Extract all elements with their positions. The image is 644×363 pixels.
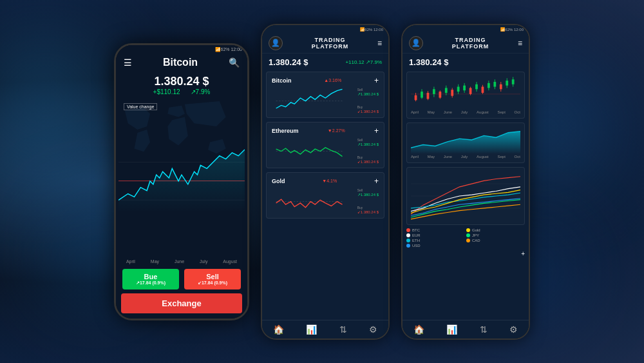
search-icon[interactable]: 🔍 — [229, 57, 240, 68]
p2-bottom-nav: 🏠 📊 ⇅ ⚙ — [262, 320, 388, 338]
svg-rect-9 — [415, 95, 417, 100]
hamburger-icon[interactable]: ☰ — [124, 57, 132, 68]
p3-nav-settings[interactable]: ⚙ — [509, 324, 518, 335]
p3-add-more[interactable]: + — [402, 250, 529, 259]
p2-menu-icon[interactable]: ≡ — [377, 39, 382, 48]
phone1: 📶62% 12:00 ☰ Bitcoin 🔍 1.380.24 $ +$110.… — [114, 43, 249, 320]
p1-x-labels: April May June July August — [116, 258, 247, 265]
p2-title-line1: TRADING — [312, 37, 348, 43]
svg-rect-37 — [500, 84, 502, 89]
phone1-screen: 📶62% 12:00 ☰ Bitcoin 🔍 1.380.24 $ +$110.… — [116, 45, 247, 319]
p3-price: 1.380.24 $ — [409, 57, 448, 67]
p2-avatar[interactable]: 👤 — [269, 36, 283, 50]
p3-area-labels: April May June July August Sept Oct — [411, 155, 520, 159]
legend-btc: BTC — [406, 228, 465, 232]
svg-rect-27 — [469, 88, 472, 93]
p3-menu-icon[interactable]: ≡ — [518, 39, 522, 48]
legend-cad: CAD — [466, 239, 525, 242]
p1-header: ☰ Bitcoin 🔍 — [116, 54, 247, 71]
asset-change-bitcoin: ▲3.16% — [324, 78, 341, 83]
p3-candlestick-labels: April May June July August Sept Oct — [411, 110, 520, 114]
p2-nav-chart[interactable]: 📊 — [306, 324, 317, 335]
p3-nav-chart[interactable]: 📊 — [446, 324, 457, 335]
legend-usd: USD — [406, 244, 465, 248]
svg-rect-23 — [457, 86, 460, 92]
phone3: 📶62% 12:00 👤 TRADING PLATFORM ≡ 1.380.24… — [401, 24, 530, 340]
p2-price: 1.380.24 $ — [269, 57, 308, 67]
p2-header: 👤 TRADING PLATFORM ≡ — [262, 34, 388, 54]
asset-chart-bitcoin: Sell↗1.380.24 $ Buy↙1.380.24 $ — [272, 88, 379, 113]
p2-nav-settings[interactable]: ⚙ — [369, 324, 377, 335]
asset-add-bitcoin[interactable]: + — [374, 76, 379, 85]
svg-rect-19 — [445, 88, 448, 93]
p3-title-block: TRADING PLATFORM — [452, 37, 489, 50]
p3-nav-transfer[interactable]: ⇅ — [480, 324, 488, 335]
p3-area-chart — [411, 126, 520, 155]
asset-name-gold: Gold — [272, 178, 285, 184]
phone2-screen: 📶62% 12:00 👤 TRADING PLATFORM ≡ 1.380.24… — [262, 25, 388, 338]
p3-title-line1: TRADING — [452, 37, 489, 43]
p3-nav-home[interactable]: 🏠 — [413, 324, 424, 335]
svg-rect-17 — [439, 92, 441, 97]
asset-add-gold[interactable]: + — [374, 177, 379, 186]
p1-change-dollar: +$110.12 — [153, 88, 180, 95]
svg-rect-25 — [463, 85, 466, 90]
svg-rect-29 — [475, 84, 478, 89]
buy-button[interactable]: Bue ↗17.84 (0.9%) — [122, 269, 179, 289]
p3-multiline-block — [406, 167, 525, 225]
legend-eur: EUR — [406, 233, 465, 237]
svg-rect-11 — [421, 92, 423, 97]
legend-jpy: JPY — [466, 233, 525, 237]
p3-avatar[interactable]: 👤 — [409, 36, 423, 50]
sell-button[interactable]: Sell ↙17.84 (0.9%) — [184, 269, 241, 289]
svg-rect-35 — [493, 81, 496, 86]
legend-gold: Gold — [466, 228, 525, 232]
asset-chart-ethereum: Sell↗1.380.24 $ Buy↙1.380.24 $ — [272, 138, 379, 164]
p3-title-line2: PLATFORM — [452, 43, 489, 50]
p3-bottom-nav: 🏠 📊 ⇅ ⚙ — [402, 320, 529, 338]
svg-rect-13 — [427, 92, 430, 98]
p3-candlestick-block: April May June July August Sept Oct — [406, 72, 525, 119]
p3-legend: BTC Gold EUR JPY ETH — [402, 227, 529, 249]
p2-nav-transfer[interactable]: ⇅ — [339, 324, 347, 335]
p2-price-header: 1.380.24 $ +110.12 ↗7.9% — [262, 54, 388, 70]
asset-row-ethereum: Ethereum ▼2.27% + Sell↗1.380.24 $ Buy↙1.… — [266, 122, 384, 168]
p3-area-block: April May June July August Sept Oct — [406, 123, 525, 163]
phone3-screen: 📶62% 12:00 👤 TRADING PLATFORM ≡ 1.380.24… — [402, 25, 529, 338]
p1-change: +$110.12 ↗7.9% — [116, 88, 247, 95]
phones-container: 📶62% 12:00 ☰ Bitcoin 🔍 1.380.24 $ +$110.… — [114, 24, 530, 340]
legend-eth: ETH — [406, 239, 465, 242]
p2-nav-home[interactable]: 🏠 — [273, 324, 284, 335]
asset-chart-gold: Sell↗1.380.24 $ Buy↙1.380.24 $ — [272, 188, 379, 214]
p2-title-block: TRADING PLATFORM — [312, 37, 348, 50]
p1-price-section: 1.380.24 $ +$110.12 ↗7.9% — [116, 71, 247, 98]
exchange-button[interactable]: Exchange — [121, 293, 242, 313]
svg-rect-41 — [512, 79, 515, 84]
svg-rect-33 — [488, 83, 490, 88]
p1-status-bar: 📶62% 12:00 — [116, 45, 247, 54]
asset-name-ethereum: Ethereum — [272, 128, 299, 134]
p3-price-header: 1.380.24 $ — [402, 54, 529, 70]
p3-candlestick-chart — [411, 75, 520, 110]
asset-row-bitcoin: Bitcoin ▲3.16% + Sell↗1.380.24 $ Buy↙1.3… — [266, 72, 384, 118]
p2-title-line2: PLATFORM — [312, 43, 348, 50]
p1-price: 1.380.24 $ — [116, 75, 247, 88]
svg-rect-15 — [433, 89, 435, 94]
phone2: 📶62% 12:00 👤 TRADING PLATFORM ≡ 1.380.24… — [261, 24, 390, 340]
svg-rect-21 — [451, 90, 453, 95]
p3-status-bar: 📶62% 12:00 — [402, 25, 529, 34]
p1-change-percent: ↗7.9% — [191, 88, 211, 95]
p1-chart-area: Value change — [118, 98, 245, 258]
p1-chart-svg — [118, 98, 245, 258]
p1-buttons: Bue ↗17.84 (0.9%) Sell ↙17.84 (0.9%) — [116, 265, 247, 293]
asset-change-ethereum: ▼2.27% — [328, 128, 345, 133]
asset-name-bitcoin: Bitcoin — [272, 77, 292, 84]
p1-title: Bitcoin — [163, 57, 198, 68]
p3-header: 👤 TRADING PLATFORM ≡ — [402, 34, 529, 54]
svg-rect-31 — [482, 86, 484, 92]
p2-status-bar: 📶62% 12:00 — [262, 25, 388, 34]
p2-price-change: +110.12 ↗7.9% — [345, 59, 382, 65]
svg-rect-39 — [506, 81, 508, 86]
asset-row-gold: Gold ▼4.1% + Sell↗1.380.24 $ Buy↙1.380.2… — [266, 172, 384, 219]
asset-add-ethereum[interactable]: + — [374, 126, 379, 135]
